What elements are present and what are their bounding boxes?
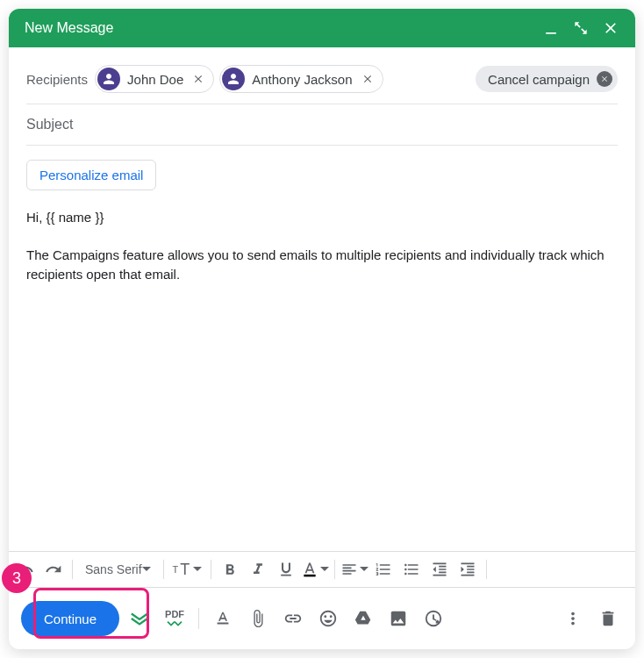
italic-icon[interactable]	[245, 556, 271, 583]
formatting-toolbar: Sans Serif TT	[9, 551, 635, 588]
bullet-list-icon[interactable]	[398, 556, 425, 583]
callout-number: 3	[12, 569, 21, 588]
callout-badge: 3	[2, 563, 32, 593]
redo-icon[interactable]	[40, 556, 67, 583]
align-icon[interactable]	[340, 556, 369, 583]
font-name: Sans Serif	[85, 562, 142, 576]
chevron-down-icon	[193, 561, 202, 577]
chevron-down-icon	[360, 561, 369, 577]
avatar-icon	[222, 68, 245, 90]
callout-highlight	[33, 588, 149, 639]
minimize-icon[interactable]	[542, 19, 560, 37]
personalize-email-button[interactable]: Personalize email	[26, 160, 156, 190]
email-body[interactable]: Hi, {{ name }} The Campaigns feature all…	[26, 208, 618, 551]
cancel-campaign-label: Cancel campaign	[488, 72, 590, 87]
drive-icon[interactable]	[348, 604, 378, 633]
cancel-campaign-x-icon[interactable]	[597, 71, 612, 87]
body-line: Hi, {{ name }}	[26, 208, 618, 228]
avatar-icon	[97, 68, 120, 90]
svg-rect-1	[304, 575, 316, 577]
indent-increase-icon[interactable]	[454, 556, 481, 583]
close-icon[interactable]	[602, 19, 619, 37]
window-title: New Message	[25, 20, 113, 36]
recipient-chip[interactable]: Anthony Jackson	[219, 65, 383, 93]
compose-window: New Message Recipients John Doe	[9, 9, 635, 649]
title-bar: New Message	[9, 9, 635, 47]
discard-icon[interactable]	[593, 604, 623, 633]
recipient-name: Anthony Jackson	[252, 72, 352, 87]
remove-recipient-icon[interactable]	[360, 71, 376, 87]
indent-decrease-icon[interactable]	[426, 556, 453, 583]
image-icon[interactable]	[383, 604, 413, 633]
numbered-list-icon[interactable]	[370, 556, 397, 583]
chevron-down-icon	[142, 562, 151, 576]
pdf-icon[interactable]: PDF	[160, 604, 190, 633]
more-options-icon[interactable]	[558, 604, 588, 633]
recipient-name: John Doe	[127, 72, 183, 87]
svg-rect-0	[546, 32, 556, 34]
font-size-button[interactable]: TT	[169, 556, 206, 583]
emoji-icon[interactable]	[313, 604, 343, 633]
text-color-icon[interactable]	[301, 556, 329, 583]
underline-icon[interactable]	[273, 556, 299, 583]
expand-icon[interactable]	[572, 19, 590, 37]
subject-placeholder: Subject	[26, 117, 73, 132]
recipient-chip[interactable]: John Doe	[95, 65, 214, 93]
font-family-select[interactable]: Sans Serif	[78, 556, 158, 583]
cancel-campaign-button[interactable]: Cancel campaign	[476, 66, 618, 92]
body-line: The Campaigns feature allows you to send…	[26, 246, 618, 285]
recipients-row: Recipients John Doe Anthony Jackson	[26, 60, 618, 104]
attach-icon[interactable]	[243, 604, 273, 633]
confidential-mode-icon[interactable]	[419, 604, 448, 633]
bold-icon[interactable]	[217, 556, 243, 583]
remove-recipient-icon[interactable]	[190, 71, 206, 87]
formatting-options-icon[interactable]	[208, 604, 238, 633]
recipients-label: Recipients	[26, 72, 88, 87]
link-icon[interactable]	[278, 604, 308, 633]
subject-field[interactable]: Subject	[26, 104, 618, 146]
chevron-down-icon	[320, 561, 329, 577]
